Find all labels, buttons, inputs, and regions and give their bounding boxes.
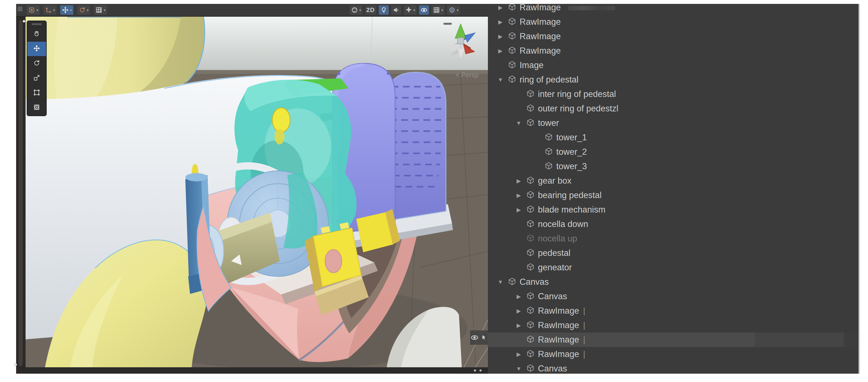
overlay-drag-handle[interactable] <box>32 23 42 25</box>
expand-arrow-icon[interactable]: ▶ <box>515 293 523 300</box>
hierarchy-item-tower[interactable]: ▼tower <box>488 116 859 130</box>
transform-tool-icon <box>33 104 40 112</box>
hierarchy-item-canvas[interactable]: ▼Canvas <box>488 275 859 289</box>
chevron-down-icon: ▾ <box>413 8 415 12</box>
grid-settings-icon-button[interactable]: ▾ <box>432 5 444 15</box>
orientation-gizmo[interactable]: < Persp <box>441 22 488 83</box>
gameobject-cube-icon <box>526 350 535 359</box>
transform-tool-button[interactable] <box>27 100 46 115</box>
visibility-eye-icon[interactable] <box>470 333 479 342</box>
expand-arrow-icon[interactable]: ▶ <box>496 4 504 11</box>
hierarchy-item-nocella-down[interactable]: nocella down <box>488 217 859 231</box>
gameobject-cube-icon <box>526 321 535 330</box>
toolbar-2d-label: 2D <box>367 6 375 13</box>
hand-tool-button[interactable] <box>27 27 46 41</box>
hierarchy-item-label: Canvas <box>538 364 567 374</box>
gameobject-cube-icon <box>526 176 535 186</box>
rotate-snap-icon-button[interactable]: ▾ <box>77 5 90 15</box>
lighting-bulb-icon-button[interactable] <box>379 5 389 15</box>
scene-toolbar: ▾▾▾▾▾ ▾2D▾▾▾ <box>16 4 488 17</box>
gameobject-cube-icon <box>544 133 554 142</box>
chevron-down-icon: ▾ <box>441 8 443 12</box>
hierarchy-item-tower-2[interactable]: tower_2 <box>488 145 859 159</box>
hierarchy-item-tower-3[interactable]: tower_3 <box>488 159 859 173</box>
hierarchy-item-tower-1[interactable]: tower_1 <box>488 130 859 145</box>
hierarchy-item-canvas[interactable]: ▼Canvas <box>488 361 859 374</box>
hierarchy-item-pedestal[interactable]: pedestal <box>488 246 859 260</box>
hierarchy-item-bearing-pedestal[interactable]: ▶bearing pedestal <box>488 188 859 202</box>
expand-arrow-icon[interactable]: ▶ <box>496 19 504 25</box>
hierarchy-item-rawimage[interactable]: ▶RawImage <box>488 43 859 58</box>
scene-visibility-eye-icon <box>421 6 428 13</box>
hierarchy-item-rawimage[interactable]: ▶RawImage | <box>488 318 859 332</box>
hierarchy-panel[interactable]: ▶RawImage▶RawImage▶RawImage▶RawImageImag… <box>488 4 859 374</box>
window-grid-icon[interactable] <box>17 6 23 12</box>
gameobject-cube-icon <box>507 75 517 85</box>
expand-arrow-icon[interactable]: ▶ <box>515 308 523 314</box>
hierarchy-item-rawimage[interactable]: ▶RawImage | <box>488 304 859 318</box>
move-tool-icon <box>33 45 40 53</box>
hierarchy-item-gear-box[interactable]: ▶gear box <box>488 173 859 188</box>
expand-arrow-icon[interactable]: ▶ <box>496 47 504 54</box>
hierarchy-item-image[interactable]: Image <box>488 58 859 72</box>
hierarchy-item-label: RawImage <box>520 31 561 41</box>
camera-projection-label[interactable]: < Persp <box>449 71 485 79</box>
scene-visibility-eye-icon-button[interactable] <box>419 5 429 15</box>
scale-tool-button[interactable] <box>27 71 46 86</box>
grid-snap-icon-button[interactable]: ▾ <box>94 5 107 15</box>
hierarchy-item-label: tower_1 <box>556 132 587 142</box>
hierarchy-item-label: Canvas <box>520 277 549 287</box>
hierarchy-item-canvas[interactable]: ▶Canvas <box>488 289 859 304</box>
panel-right-edge <box>859 4 860 374</box>
hierarchy-item-rawimage[interactable]: ▶RawImage <box>488 15 859 29</box>
expand-arrow-icon[interactable]: ▶ <box>515 206 523 213</box>
move-tool-button[interactable] <box>27 41 46 56</box>
audio-speaker-icon-button[interactable] <box>391 5 401 15</box>
gameobject-cube-icon <box>507 61 517 70</box>
hierarchy-item-blade-mechanism[interactable]: ▶blade mechanism <box>488 202 859 217</box>
collapse-arrow-icon[interactable]: ▼ <box>515 120 523 126</box>
left-scrollbar[interactable] <box>19 20 23 366</box>
rect-tool-button[interactable] <box>27 86 46 100</box>
shading-mode-icon-button[interactable]: ▾ <box>349 5 363 15</box>
expand-arrow-icon[interactable]: ▶ <box>496 33 504 40</box>
hierarchy-item-label: RawImage | <box>538 320 585 330</box>
expand-arrow-icon[interactable]: ▶ <box>515 178 523 184</box>
clipped-text-tail: | <box>579 335 585 344</box>
label-2D-button[interactable]: 2D <box>365 5 376 15</box>
pivot-icon-button[interactable]: ▾ <box>27 5 40 15</box>
hierarchy-item-nocella-up[interactable]: nocella up <box>488 231 859 246</box>
rotate-tool-button[interactable] <box>27 56 46 71</box>
hierarchy-item-rawimage[interactable]: ▶RawImage <box>488 29 859 43</box>
gizmos-icon-button[interactable]: ▾ <box>447 5 460 15</box>
chevron-down-icon: ▾ <box>457 8 459 12</box>
collapse-arrow-icon[interactable]: ▼ <box>496 77 504 83</box>
axis-orientation-icon-button[interactable]: ▾ <box>43 5 57 15</box>
hierarchy-item-outer-ring-of-pedestzl[interactable]: outer ring of pedestzl <box>488 101 859 116</box>
hierarchy-item-label: nocella up <box>538 234 577 244</box>
effects-star-icon-button[interactable]: ▾ <box>404 5 417 15</box>
hierarchy-item-rawimage[interactable]: RawImage | <box>488 332 859 347</box>
hierarchy-item-label: bearing pedestal <box>538 190 601 200</box>
gameobject-cube-icon <box>544 162 554 171</box>
status-dot <box>479 370 482 372</box>
axis-gizmo-icon[interactable] <box>441 22 483 66</box>
gameobject-cube-icon <box>526 364 535 373</box>
hierarchy-item-geneator[interactable]: geneator <box>488 260 859 275</box>
gameobject-cube-icon <box>526 234 535 243</box>
snap-move-icon-button[interactable]: ▾ <box>60 5 73 15</box>
snap-move-icon <box>62 6 69 13</box>
hierarchy-item-rawimage[interactable]: ▶RawImage | <box>488 347 859 361</box>
expand-arrow-icon[interactable]: ▶ <box>515 351 523 357</box>
scene-viewport[interactable]: < Persp <box>26 17 488 367</box>
pick-cursor-icon[interactable] <box>480 334 488 341</box>
collapse-arrow-icon[interactable]: ▼ <box>496 279 504 285</box>
expand-arrow-icon[interactable]: ▶ <box>515 322 523 329</box>
collapse-arrow-icon[interactable]: ▼ <box>515 365 523 372</box>
hierarchy-item-inter-ring-of-pedestal[interactable]: inter ring of pedestal <box>488 87 859 101</box>
clipped-text-tail: | <box>579 350 585 359</box>
expand-arrow-icon[interactable]: ▶ <box>515 192 523 199</box>
gizmo-overlay-handle[interactable] <box>443 23 452 25</box>
hierarchy-item-ring-of-pedestal[interactable]: ▼ring of pedestal <box>488 72 859 87</box>
hierarchy-item-rawimage[interactable]: ▶RawImage <box>488 4 859 15</box>
